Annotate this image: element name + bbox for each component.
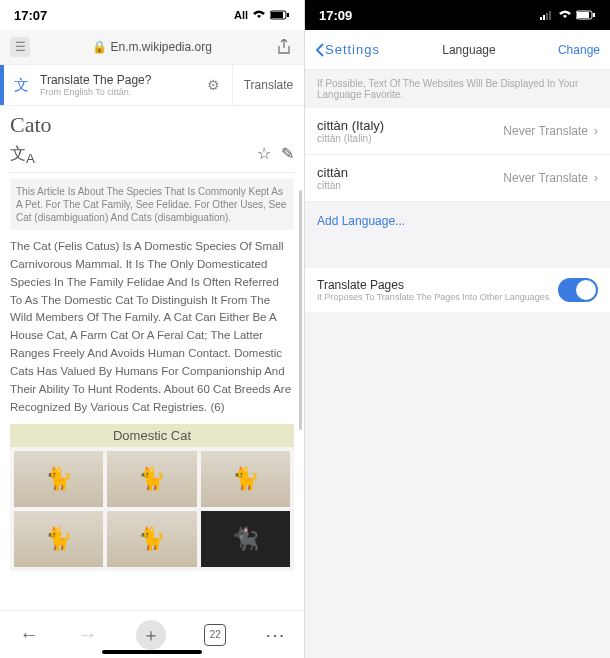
status-right: All bbox=[234, 9, 290, 21]
language-name: cittàn bbox=[317, 165, 348, 180]
settings-screen: 17:09 Settings Language Change If Possib… bbox=[305, 0, 610, 658]
home-indicator[interactable] bbox=[102, 650, 202, 654]
svg-rect-8 bbox=[577, 12, 589, 18]
svg-rect-6 bbox=[549, 11, 551, 20]
address-bar[interactable]: ☰ 🔒 En.m.wikipedia.org bbox=[0, 30, 304, 64]
status-bar: 17:09 bbox=[305, 0, 610, 30]
status-time: 17:07 bbox=[14, 8, 47, 23]
battery-icon bbox=[576, 10, 596, 20]
star-icon[interactable]: ☆ bbox=[257, 144, 271, 166]
language-action: Never Translate bbox=[503, 124, 588, 138]
translate-pages-toggle[interactable] bbox=[558, 278, 598, 302]
article-body: The Cat (Felis Catus) Is A Domestic Spec… bbox=[10, 238, 294, 416]
translate-banner-body[interactable]: 文 Translate The Page? From English To ci… bbox=[0, 65, 232, 105]
cat-image[interactable]: 🐈 bbox=[107, 451, 196, 507]
gear-icon[interactable]: ⚙ bbox=[201, 77, 226, 93]
translate-title: Translate The Page? bbox=[40, 73, 193, 87]
status-bar: 17:07 All bbox=[0, 0, 304, 30]
signal-icon bbox=[540, 10, 554, 20]
svg-rect-9 bbox=[593, 13, 595, 17]
language-row[interactable]: cittàn cittàn Never Translate › bbox=[305, 155, 610, 202]
svg-rect-2 bbox=[287, 13, 289, 17]
chevron-right-icon: › bbox=[594, 171, 598, 185]
cat-image[interactable]: 🐈 bbox=[14, 511, 103, 567]
language-subtitle: cittàn (Italin) bbox=[317, 133, 384, 144]
translate-text: Translate The Page? From English To citt… bbox=[40, 73, 193, 97]
cat-image[interactable]: 🐈 bbox=[14, 451, 103, 507]
forward-icon[interactable]: → bbox=[78, 623, 98, 646]
wifi-icon bbox=[558, 10, 572, 20]
section-description: If Possible, Text Of The Websites Will B… bbox=[305, 70, 610, 108]
scrollbar[interactable] bbox=[299, 190, 302, 430]
change-button[interactable]: Change bbox=[558, 43, 600, 57]
url-host: En.m.wikipedia.org bbox=[110, 40, 211, 54]
browser-screen: 17:07 All ☰ 🔒 En.m.wikipedia.org 文 Trans… bbox=[0, 0, 305, 658]
back-label: Settings bbox=[325, 42, 380, 57]
infobox-images: 🐈 🐈 🐈 🐈 🐈 🐈‍⬛ bbox=[10, 447, 294, 571]
chevron-left-icon bbox=[315, 43, 325, 57]
svg-rect-1 bbox=[271, 12, 283, 18]
status-right bbox=[540, 10, 596, 20]
infobox-header: Domestic Cat bbox=[10, 424, 294, 447]
language-subtitle: cittàn bbox=[317, 180, 348, 191]
language-action: Never Translate bbox=[503, 171, 588, 185]
cat-image[interactable]: 🐈 bbox=[107, 511, 196, 567]
translate-banner: 文 Translate The Page? From English To ci… bbox=[0, 64, 304, 106]
chevron-right-icon: › bbox=[594, 124, 598, 138]
battery-icon bbox=[270, 10, 290, 20]
translate-subtitle: From English To cittàn. bbox=[40, 87, 193, 97]
translate-pages-row: Translate Pages It Proposes To Translate… bbox=[305, 268, 610, 312]
translate-pages-subtitle: It Proposes To Translate The Pages Into … bbox=[317, 292, 549, 302]
nav-title: Language bbox=[442, 43, 495, 57]
share-icon[interactable] bbox=[274, 37, 294, 57]
language-icon[interactable]: 文A bbox=[10, 144, 35, 166]
page-title: Cato bbox=[10, 112, 294, 138]
back-icon[interactable]: ← bbox=[19, 623, 39, 646]
svg-rect-4 bbox=[543, 15, 545, 20]
more-icon[interactable]: ⋯ bbox=[265, 623, 285, 647]
language-name: cittàn (Italy) bbox=[317, 118, 384, 133]
disambiguation-note: This Article Is About The Species That I… bbox=[10, 179, 294, 230]
translate-icon: 文 bbox=[10, 74, 32, 96]
translate-pages-title: Translate Pages bbox=[317, 278, 549, 292]
svg-rect-5 bbox=[546, 13, 548, 20]
cat-image[interactable]: 🐈 bbox=[201, 451, 290, 507]
reader-view-icon[interactable]: ☰ bbox=[10, 37, 30, 57]
cat-image[interactable]: 🐈‍⬛ bbox=[201, 511, 290, 567]
svg-rect-3 bbox=[540, 17, 542, 20]
article-content: Cato 文A ☆ ✎ This Article Is About The Sp… bbox=[0, 106, 304, 610]
wifi-icon bbox=[252, 10, 266, 20]
back-button[interactable]: Settings bbox=[315, 42, 380, 57]
network-label: All bbox=[234, 9, 248, 21]
tabs-button[interactable]: 22 bbox=[204, 624, 226, 646]
article-tools: 文A ☆ ✎ bbox=[10, 144, 294, 173]
status-time: 17:09 bbox=[319, 8, 352, 23]
new-tab-button[interactable]: ＋ bbox=[136, 620, 166, 650]
nav-bar: Settings Language Change bbox=[305, 30, 610, 70]
add-language-button[interactable]: Add Language... bbox=[305, 202, 610, 240]
edit-icon[interactable]: ✎ bbox=[281, 144, 294, 166]
url-text: 🔒 En.m.wikipedia.org bbox=[36, 40, 268, 54]
translate-button[interactable]: Translate bbox=[232, 65, 304, 105]
language-row[interactable]: cittàn (Italy) cittàn (Italin) Never Tra… bbox=[305, 108, 610, 155]
lock-icon: 🔒 bbox=[92, 40, 107, 54]
